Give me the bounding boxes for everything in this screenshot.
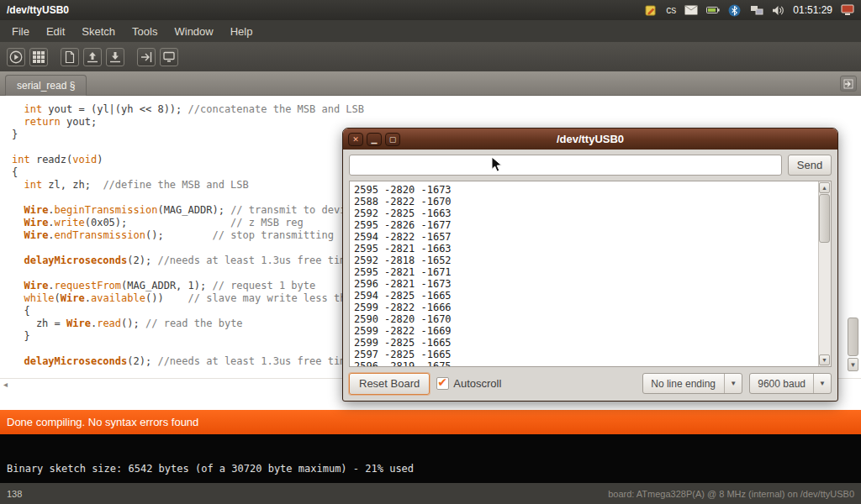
chevron-down-icon[interactable]: ▼ — [813, 374, 831, 393]
menu-window[interactable]: Window — [166, 22, 221, 41]
minimize-button[interactable]: ▁ — [367, 133, 382, 146]
menu-tools[interactable]: Tools — [124, 22, 166, 41]
network-icon[interactable] — [749, 3, 763, 18]
serial-monitor-button[interactable] — [160, 48, 178, 66]
code-line — [12, 242, 364, 255]
serial-input[interactable] — [349, 155, 782, 176]
scroll-left-icon[interactable]: ◂ — [3, 380, 8, 389]
battery-icon[interactable] — [705, 3, 720, 18]
scroll-down-icon[interactable]: ▼ — [819, 354, 830, 365]
serial-line: 2595 -2820 -1673 — [354, 184, 452, 196]
maximize-button[interactable]: ▢ — [385, 133, 400, 146]
tabbar: serial_read § — [0, 71, 861, 96]
baud-rate-select[interactable]: 9600 baud ▼ — [749, 373, 832, 394]
mail-icon[interactable] — [684, 3, 698, 18]
stop-button[interactable] — [29, 48, 48, 66]
code-line: Wire.beginTransmission(MAG_ADDR); // tra… — [12, 204, 364, 217]
serial-monitor-titlebar[interactable]: /dev/ttyUSB0 ✕ ▁ ▢ — [343, 129, 837, 150]
code-line: Wire.endTransmission(); // stop transmit… — [12, 229, 364, 242]
serial-monitor-title: /dev/ttyUSB0 — [343, 133, 837, 145]
reset-board-button[interactable]: Reset Board — [349, 373, 430, 395]
line-number: 138 — [0, 489, 22, 499]
keyboard-layout-indicator[interactable]: cs — [666, 4, 676, 16]
bluetooth-icon[interactable] — [727, 3, 742, 18]
tab-menu-button[interactable] — [840, 76, 857, 92]
board-info: board: ATmega328P(A) @ 8 MHz (internal) … — [608, 489, 861, 499]
code-line: int readz(void) — [12, 154, 364, 166]
top-panel: /dev/ttyUSB0 cs 01:51:29 — [0, 0, 861, 20]
code-line: } — [12, 330, 364, 343]
serial-scrollbar-thumb[interactable] — [819, 194, 830, 243]
serial-output: 2595 -2820 -16732588 -2822 -16702592 -28… — [354, 184, 452, 367]
serial-line: 2595 -2826 -1677 — [354, 219, 452, 231]
session-menu-icon[interactable] — [840, 3, 854, 18]
autoscroll-checkbox[interactable] — [436, 377, 449, 390]
scroll-up-icon[interactable]: ▲ — [819, 182, 830, 193]
serial-line: 2596 -2819 -1675 — [354, 360, 452, 367]
ide-status-bar: Done compiling. No syntax errors found — [0, 410, 861, 434]
open-sketch-button[interactable] — [83, 48, 102, 66]
serial-line: 2596 -2821 -1673 — [354, 278, 452, 290]
pencil-indicator-icon[interactable] — [644, 3, 658, 18]
serial-line: 2590 -2820 -1670 — [354, 313, 452, 325]
code-line: return yout; — [12, 116, 364, 129]
chevron-down-icon[interactable]: ▼ — [724, 374, 742, 393]
new-sketch-button[interactable] — [61, 48, 79, 66]
code-line — [12, 343, 364, 355]
serial-line: 2594 -2825 -1665 — [354, 290, 452, 302]
status-message: Done compiling. No syntax errors found — [7, 416, 198, 428]
serial-line: 2599 -2822 -1669 — [354, 325, 452, 337]
close-button[interactable]: ✕ — [348, 133, 363, 146]
menu-edit[interactable]: Edit — [38, 22, 73, 41]
console: Binary sketch size: 6542 bytes (of a 307… — [0, 434, 861, 483]
code-area[interactable]: int yout = (yl|(yh << 8)); //concatenate… — [12, 103, 364, 368]
autoscroll-label: Autoscroll — [453, 377, 501, 390]
save-sketch-button[interactable] — [106, 48, 124, 66]
send-button[interactable]: Send — [788, 155, 832, 176]
volume-icon[interactable] — [771, 3, 785, 18]
code-line: { — [12, 305, 364, 318]
editor-scrollbar-thumb[interactable] — [848, 318, 858, 356]
code-line: delayMicroseconds(2); //needs at least 1… — [12, 255, 364, 267]
baud-rate-value: 9600 baud — [750, 374, 813, 393]
window-title: /dev/ttyUSB0 — [0, 4, 69, 16]
upload-button[interactable] — [137, 48, 156, 66]
menu-sketch[interactable]: Sketch — [73, 22, 124, 41]
serial-monitor-window: /dev/ttyUSB0 ✕ ▁ ▢ Send 2595 -2820 -1673… — [342, 128, 838, 402]
send-row: Send — [349, 155, 832, 176]
code-line: Wire.write(0x05); // z MSB reg — [12, 217, 364, 229]
verify-button[interactable] — [7, 48, 25, 66]
autoscroll-option[interactable]: Autoscroll — [436, 377, 501, 390]
clock[interactable]: 01:51:29 — [793, 4, 832, 16]
code-line: while(Wire.available()) // slave may wri… — [12, 292, 364, 305]
serial-monitor-controls: Reset Board Autoscroll No line ending ▼ … — [349, 372, 832, 395]
window-buttons: ✕ ▁ ▢ — [343, 133, 400, 146]
serial-output-area[interactable]: 2595 -2820 -16732588 -2822 -16702592 -28… — [349, 181, 832, 367]
code-line: int zl, zh; //define the MSB and LSB — [12, 179, 364, 192]
serial-line: 2594 -2822 -1657 — [354, 231, 452, 243]
code-line: { — [12, 166, 364, 179]
line-ending-value: No line ending — [643, 374, 724, 393]
serial-line: 2597 -2825 -1665 — [354, 349, 452, 360]
code-line: Wire.requestFrom(MAG_ADDR, 1); // reques… — [12, 280, 364, 292]
serial-line: 2599 -2825 -1665 — [354, 337, 452, 349]
indicator-area: cs 01:51:29 — [644, 3, 861, 18]
toolbar — [0, 42, 861, 71]
console-text: Binary sketch size: 6542 bytes (of a 307… — [7, 463, 414, 475]
code-line — [12, 192, 364, 204]
serial-line: 2592 -2818 -1652 — [354, 255, 452, 266]
serial-scrollbar[interactable]: ▲ ▼ — [818, 181, 831, 366]
serial-line: 2595 -2821 -1671 — [354, 266, 452, 278]
editor-vertical-scrollbar[interactable]: ▼ — [847, 96, 858, 373]
menu-help[interactable]: Help — [222, 22, 261, 41]
serial-monitor-body: Send 2595 -2820 -16732588 -2822 -1670259… — [343, 150, 837, 401]
menu-file[interactable]: File — [3, 22, 38, 41]
code-line — [12, 267, 364, 280]
code-line: zh = Wire.read(); // read the byte — [12, 318, 364, 330]
editor-scroll-down-arrow[interactable]: ▼ — [848, 358, 858, 371]
screen: /dev/ttyUSB0 cs 01:51:29 — [0, 0, 861, 504]
tab-serial-read[interactable]: serial_read § — [5, 75, 87, 96]
serial-line: 2588 -2822 -1670 — [354, 196, 452, 207]
line-ending-select[interactable]: No line ending ▼ — [642, 373, 742, 394]
code-line: delayMicroseconds(2); //needs at least 1… — [12, 355, 364, 368]
